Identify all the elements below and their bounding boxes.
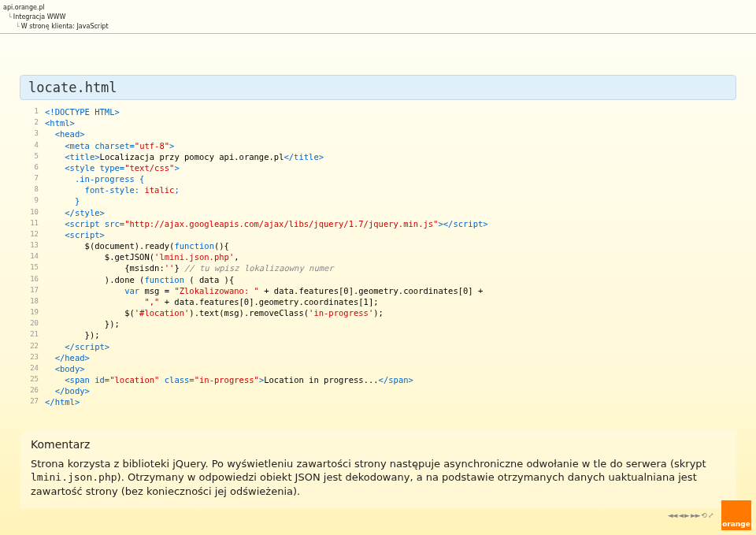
code-title: locate.html xyxy=(20,75,736,100)
commentary-body: Strona korzysta z biblioteki jQuery. Po … xyxy=(31,457,725,499)
commentary-box: Komentarz Strona korzysta z biblioteki j… xyxy=(20,430,736,510)
code-line: 5 <title>Localizacja przy pomocy api.ora… xyxy=(20,151,736,162)
code-line: 9 } xyxy=(20,195,736,206)
breadcrumb-l3: └W stronę klienta: JavaScript xyxy=(16,22,109,32)
code-line: 26 </body> xyxy=(20,385,736,396)
breadcrumbs: api.orange.pl └Integracja WWW └W stronę … xyxy=(3,3,109,32)
orange-logo: orange xyxy=(721,500,751,530)
code-line: 20 }); xyxy=(20,318,736,329)
code-line: 18 "," + data.features[0].geometry.coord… xyxy=(20,296,736,307)
nav-icons[interactable]: ◄◄ ◄ ► ►► ⟲ ⤢ xyxy=(668,511,713,519)
code-line: 21 }); xyxy=(20,329,736,340)
breadcrumb-l2: └Integracja WWW xyxy=(8,13,109,22)
code-line: 2<html> xyxy=(20,117,736,128)
code-line: 1<!DOCTYPE HTML> xyxy=(20,106,736,117)
code-line: 12 <script> xyxy=(20,229,736,240)
code-line: 7 .in-progress { xyxy=(20,173,736,184)
footer: ◄◄ ◄ ► ►► ⟲ ⤢ orange xyxy=(668,500,751,530)
code-line: 11 <script src="http://ajax.googleapis.c… xyxy=(20,218,736,229)
code-line: 6 <style type="text/css"> xyxy=(20,162,736,173)
divider xyxy=(0,33,756,34)
code-line: 25 <span id="location" class="in-progres… xyxy=(20,374,736,385)
code-block: 1<!DOCTYPE HTML>2<html>3 <head>4 <meta c… xyxy=(20,106,736,408)
code-line: 13 $(document).ready(function(){ xyxy=(20,240,736,251)
code-line: 10 </style> xyxy=(20,207,736,218)
code-line: 15 {msisdn:''} // tu wpisz lokalizaowny … xyxy=(20,262,736,273)
code-line: 24 <body> xyxy=(20,363,736,374)
code-line: 3 <head> xyxy=(20,128,736,139)
code-line: 19 $('#location').text(msg).removeClass(… xyxy=(20,307,736,318)
slide-content: locate.html 1<!DOCTYPE HTML>2<html>3 <he… xyxy=(20,75,736,509)
breadcrumb-l1: api.orange.pl xyxy=(3,3,109,13)
code-line: 17 var msg = "Zlokalizowano: " + data.fe… xyxy=(20,285,736,296)
code-line: 22 </script> xyxy=(20,341,736,352)
code-line: 4 <meta charset="utf-8"> xyxy=(20,140,736,151)
code-line: 14 $.getJSON('lmini.json.php', xyxy=(20,251,736,262)
code-line: 8 font-style: italic; xyxy=(20,184,736,195)
code-line: 23 </head> xyxy=(20,352,736,363)
code-line: 16 ).done (function ( data ){ xyxy=(20,274,736,285)
commentary-heading: Komentarz xyxy=(31,438,725,451)
code-line: 27</html> xyxy=(20,396,736,407)
